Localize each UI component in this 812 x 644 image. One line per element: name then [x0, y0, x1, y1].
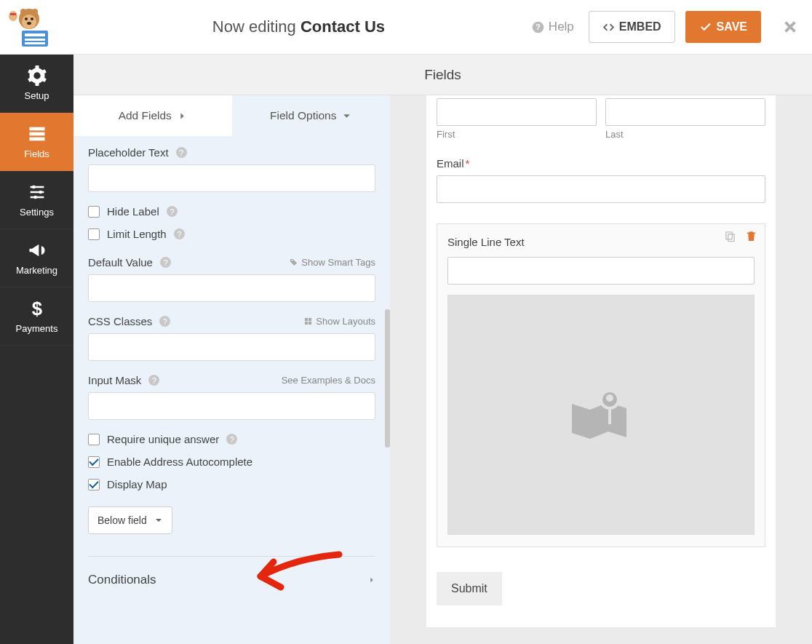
checkbox[interactable] — [88, 434, 100, 445]
svg-point-18 — [32, 186, 36, 189]
field-label: Single Line Text — [447, 236, 755, 248]
duplicate-icon[interactable] — [724, 230, 736, 242]
field-actions — [724, 230, 757, 242]
tab-field-options[interactable]: Field Options — [232, 95, 391, 136]
option-limit-length[interactable]: Limit Length ? — [88, 228, 375, 240]
help-icon: ? — [532, 21, 544, 33]
dollar-icon: $ — [27, 298, 47, 319]
email-field: Email* — [437, 157, 765, 203]
input-mask-input[interactable] — [88, 392, 375, 420]
svg-point-10 — [32, 9, 38, 15]
svg-point-11 — [9, 11, 17, 21]
css-classes-input[interactable] — [88, 333, 375, 361]
save-button[interactable]: SAVE — [685, 11, 761, 43]
help-icon[interactable]: ? — [167, 206, 178, 217]
help-icon[interactable]: ? — [160, 257, 171, 268]
submit-button[interactable]: Submit — [437, 572, 502, 605]
checkbox-checked[interactable] — [88, 479, 100, 490]
svg-text:?: ? — [536, 23, 540, 31]
form-card: First Last Email* — [426, 95, 776, 627]
svg-rect-25 — [309, 322, 311, 325]
panel-body: Placeholder Text? Hide Label ? Limit Len… — [73, 136, 390, 644]
checkbox[interactable] — [88, 206, 100, 218]
svg-rect-22 — [305, 318, 308, 321]
chevron-right-icon — [368, 575, 375, 585]
grid-icon — [304, 317, 312, 325]
sliders-icon — [27, 182, 47, 202]
first-name-input[interactable] — [437, 98, 597, 126]
close-button[interactable] — [781, 18, 799, 36]
sidebar-item-fields[interactable]: Fields — [0, 113, 73, 171]
sidebar-item-marketing[interactable]: Marketing — [0, 229, 73, 287]
svg-point-7 — [31, 17, 33, 20]
option-input-mask: Input Mask? See Examples & Docs — [88, 374, 375, 420]
smart-tags-link[interactable]: Show Smart Tags — [290, 257, 375, 268]
option-placeholder-text: Placeholder Text? — [88, 146, 375, 192]
section-conditionals[interactable]: Conditionals — [88, 568, 375, 592]
option-hide-label[interactable]: Hide Label ? — [88, 205, 375, 218]
svg-rect-17 — [29, 138, 44, 141]
scrollbar[interactable] — [385, 309, 390, 448]
option-autocomplete[interactable]: Enable Address Autocomplete — [88, 456, 375, 468]
last-name-input[interactable] — [605, 98, 765, 126]
topbar: Now editing Contact Us ? Help EMBED SAVE — [0, 0, 812, 55]
sidebar-item-setup[interactable]: Setup — [0, 55, 73, 113]
bullhorn-icon — [27, 240, 47, 261]
tab-add-fields[interactable]: Add Fields — [73, 95, 232, 136]
form-name: Contact Us — [300, 17, 385, 36]
main: Fields Add Fields Field Options — [73, 55, 812, 644]
display-map-position-select[interactable]: Below field — [88, 506, 172, 534]
examples-docs-link[interactable]: See Examples & Docs — [282, 375, 375, 386]
trash-icon[interactable] — [745, 230, 757, 242]
svg-point-28 — [606, 394, 613, 402]
option-require-unique[interactable]: Require unique answer ? — [88, 433, 375, 445]
name-field: First Last — [437, 98, 765, 140]
help-icon[interactable]: ? — [174, 228, 185, 239]
single-line-input[interactable] — [447, 257, 755, 285]
help-icon[interactable]: ? — [226, 434, 237, 445]
option-display-map[interactable]: Display Map — [88, 478, 375, 490]
subheader: Fields — [73, 55, 812, 95]
divider — [88, 556, 375, 557]
selected-field-block[interactable]: Single Line Text — [437, 223, 765, 547]
svg-rect-15 — [29, 127, 44, 131]
gear-icon — [27, 65, 47, 86]
help-icon[interactable]: ? — [148, 375, 159, 386]
workspace: Add Fields Field Options Placeholder Tex… — [73, 95, 812, 644]
svg-rect-3 — [25, 42, 45, 44]
form-icon — [27, 124, 47, 144]
svg-rect-12 — [10, 13, 16, 15]
close-icon — [782, 19, 798, 35]
help-link[interactable]: ? Help — [532, 20, 574, 34]
required-mark: * — [466, 157, 470, 170]
svg-rect-2 — [25, 39, 45, 41]
code-icon — [602, 21, 615, 33]
embed-button[interactable]: EMBED — [589, 11, 675, 43]
chevron-down-icon — [154, 516, 163, 525]
brand-logo — [7, 6, 65, 48]
map-preview — [447, 295, 755, 535]
help-icon[interactable]: ? — [159, 316, 170, 327]
tag-icon — [290, 258, 298, 266]
svg-point-19 — [39, 191, 42, 194]
svg-point-6 — [25, 17, 28, 20]
sidebar-item-settings[interactable]: Settings — [0, 171, 73, 229]
svg-rect-23 — [309, 318, 311, 321]
svg-text:$: $ — [31, 298, 41, 319]
checkbox-checked[interactable] — [88, 456, 100, 468]
show-layouts-link[interactable]: Show Layouts — [304, 316, 375, 327]
svg-rect-16 — [29, 132, 44, 136]
options-panel: Add Fields Field Options Placeholder Tex… — [73, 95, 390, 644]
page-title: Now editing Contact Us — [65, 17, 532, 36]
option-default-value: Default Value? Show Smart Tags — [88, 256, 375, 302]
help-icon[interactable]: ? — [176, 147, 187, 158]
sidebar: Setup Fields Settings Marketing $ Paymen… — [0, 55, 73, 644]
svg-point-8 — [27, 22, 31, 25]
default-value-input[interactable] — [88, 274, 375, 302]
checkbox[interactable] — [88, 228, 100, 240]
chevron-down-icon — [342, 111, 351, 121]
sidebar-item-payments[interactable]: $ Payments — [0, 287, 73, 346]
email-input[interactable] — [437, 175, 765, 203]
placeholder-text-input[interactable] — [88, 164, 375, 192]
svg-rect-24 — [305, 322, 308, 325]
